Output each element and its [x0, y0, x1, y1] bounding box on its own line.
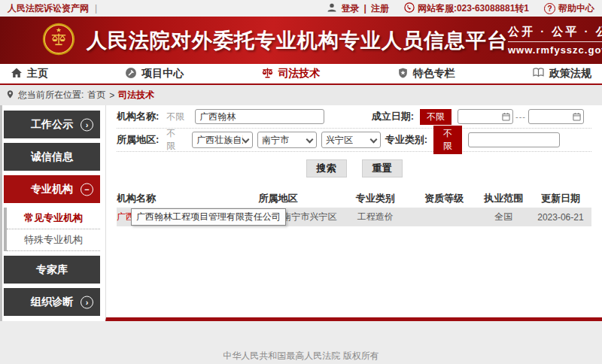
category-label: 专业类别:	[385, 133, 427, 147]
chevron-down-icon	[306, 135, 314, 143]
sidebar-subitem-common-institutions[interactable]: 常见专业机构	[7, 208, 100, 229]
scales-icon	[261, 67, 274, 81]
sidebar-menu: 工作公示 › 诚信信息 专业机构 − 常见专业机构 特殊专业机构 专家库 组织诊…	[4, 111, 100, 320]
main-panel: 机构名称: 不限 成立日期: 不限 --- 所属地区: 不限 广西壮族自治 南宁…	[105, 105, 602, 321]
site-slogan: 公开 · 公平 · 公正	[508, 25, 602, 42]
name-unlimited-text: 不限	[166, 111, 184, 123]
expand-circle-icon: ›	[81, 296, 93, 308]
institution-name-label: 机构名称:	[117, 110, 159, 123]
page: 人民法院诉讼资产网 | 登录 | 注册 网站客服:023-63088881转1 …	[0, 0, 602, 364]
nav-item-project-center[interactable]: 项目中心	[125, 67, 184, 81]
cell-updated: 2023-06-21	[530, 212, 591, 223]
calendar-icon	[573, 112, 581, 121]
collapse-circle-icon: −	[81, 183, 93, 196]
col-header-category: 专业类别	[340, 192, 412, 205]
project-center-icon	[125, 67, 137, 81]
service-hotline: 网站客服:023-63088881转1	[418, 2, 529, 15]
chevron-down-icon	[369, 135, 377, 143]
sidebar-item-org-diagnosis[interactable]: 组织诊断 ›	[4, 288, 100, 316]
nav-item-featured-column[interactable]: 特色专栏	[397, 67, 455, 81]
footer: 中华人民共和国最高人民法院 版权所有	[0, 321, 602, 364]
district-select[interactable]: 兴宁区	[321, 132, 381, 148]
phone-icon	[404, 2, 415, 15]
region-label: 所属地区:	[117, 133, 159, 147]
login-link[interactable]: 登录	[342, 2, 360, 15]
court-emblem-icon	[41, 22, 76, 59]
location-pin-icon	[6, 89, 14, 102]
founding-date-label: 成立日期:	[372, 110, 414, 123]
book-icon	[532, 67, 545, 80]
city-select[interactable]: 南宁市	[257, 132, 317, 148]
site-title: 人民法院对外委托专业机构专业人员信息平台	[87, 27, 508, 54]
institution-name-input[interactable]	[195, 109, 324, 124]
col-header-updated: 更新日期	[530, 192, 591, 205]
category-input[interactable]	[468, 132, 560, 147]
register-link[interactable]: 注册	[371, 2, 389, 15]
chevron-down-icon	[242, 135, 250, 143]
sidebar-item-integrity-info[interactable]: 诚信信息	[4, 143, 100, 171]
badge-icon	[397, 67, 409, 81]
breadcrumb: 您当前所在位置: 首页 > 司法技术	[0, 85, 602, 105]
date-from-input[interactable]	[458, 109, 513, 124]
help-icon: ?	[544, 3, 555, 14]
date-unlimited-button[interactable]: 不限	[420, 109, 451, 125]
region-unlimited-text: 不限	[166, 127, 181, 153]
copyright-text: 中华人民共和国最高人民法院 版权所有	[223, 350, 379, 361]
search-button[interactable]: 搜索	[306, 159, 347, 177]
nav-item-policies[interactable]: 政策法规	[532, 67, 591, 80]
breadcrumb-current: 司法技术	[118, 89, 154, 102]
reset-button[interactable]: 重置	[362, 159, 403, 177]
main-nav: 主页 项目中心 司法技术	[0, 64, 602, 85]
link-tooltip: 广西翰林工程项目管理有限责任公司	[131, 208, 286, 226]
category-unlimited-button[interactable]: 不限	[433, 126, 462, 154]
form-row-1: 机构名称: 不限 成立日期: 不限 ---	[117, 105, 591, 129]
cell-category: 工程造价	[340, 211, 412, 223]
topbar-divider: |	[95, 3, 97, 14]
form-buttons: 搜索 重置	[106, 159, 602, 177]
date-range-dash: ---	[515, 112, 526, 121]
breadcrumb-prefix: 您当前所在位置:	[18, 89, 84, 102]
help-center-link[interactable]: 帮助中心	[558, 2, 594, 15]
breadcrumb-separator: >	[109, 90, 114, 101]
col-header-region: 所属地区	[217, 192, 340, 205]
sidebar-item-expert-library[interactable]: 专家库	[4, 256, 100, 284]
home-icon	[11, 67, 23, 80]
sidebar-item-work-publicity[interactable]: 工作公示 ›	[4, 111, 100, 138]
sidebar-subitem-special-institutions[interactable]: 特殊专业机构	[7, 229, 100, 251]
nav-item-judicial-tech[interactable]: 司法技术	[261, 67, 321, 81]
date-to-input[interactable]	[528, 109, 584, 124]
form-row-2: 所属地区: 不限 广西壮族自治 南宁市 兴宁区 专业类别: 不限	[117, 129, 591, 152]
calendar-icon	[502, 112, 510, 121]
professional-institutions-submenu: 常见专业机构 特殊专业机构	[4, 208, 100, 251]
top-utility-bar: 人民法院诉讼资产网 | 登录 | 注册 网站客服:023-63088881转1 …	[0, 0, 602, 17]
expand-circle-icon: ›	[81, 118, 93, 131]
site-banner: 人民法院对外委托专业机构专业人员信息平台 公开 · 公平 · 公正 www.rm…	[0, 17, 602, 64]
col-header-grade: 资质等级	[411, 192, 477, 205]
sister-site-link[interactable]: 人民法院诉讼资产网	[8, 2, 89, 15]
breadcrumb-home[interactable]: 首页	[87, 89, 105, 102]
nav-item-home[interactable]: 主页	[11, 67, 48, 80]
table-header-row: 机构名称 所属地区 专业类别 资质等级 执业范围 更新日期	[117, 190, 591, 208]
province-select[interactable]: 广西壮族自治	[192, 132, 253, 148]
sidebar-item-professional-institutions[interactable]: 专业机构 −	[4, 175, 100, 203]
col-header-name: 机构名称	[117, 192, 217, 205]
cell-scope: 全国	[478, 211, 530, 223]
site-url: www.rmfysszc.gov.cn	[508, 44, 602, 56]
col-header-scope: 执业范围	[478, 192, 530, 205]
login-register-divider: |	[364, 3, 366, 14]
user-icon	[327, 2, 337, 15]
